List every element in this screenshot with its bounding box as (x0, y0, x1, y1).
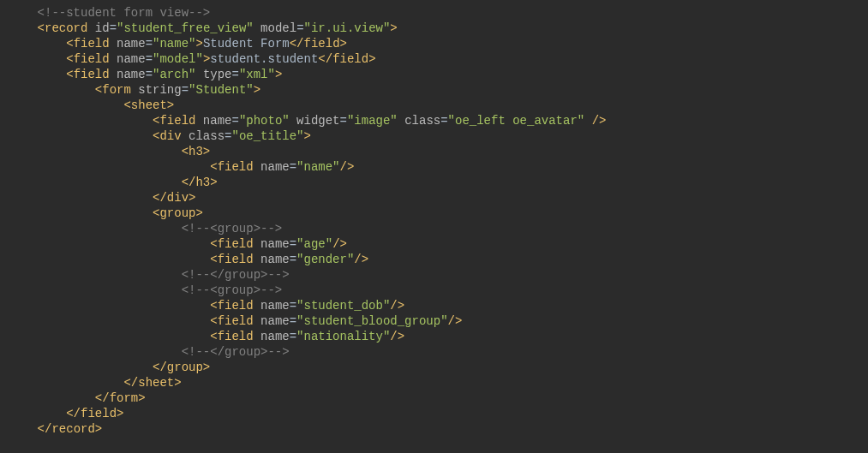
token-tag-name: field (218, 299, 254, 313)
code-line[interactable]: <!--</group>--> (0, 267, 868, 283)
code-line[interactable]: <field name="student_blood_group"/> (0, 313, 868, 329)
token-tag-bracket: > (210, 176, 217, 189)
token-tag-bracket: < (123, 98, 130, 112)
token-tag-bracket: < (182, 145, 189, 158)
code-line[interactable]: <!--</group>--> (0, 344, 868, 360)
token-tag-bracket: > (340, 37, 347, 51)
token-attr-name: type (203, 68, 232, 81)
token-attr-name: name (260, 253, 290, 266)
token-tag-name: group (159, 206, 195, 220)
code-line[interactable]: <div class="oe_title"> (0, 128, 868, 144)
code-line[interactable]: </field> (0, 406, 868, 421)
token-tag-name: sheet (131, 98, 167, 112)
code-line[interactable]: <h3> (0, 144, 868, 159)
token-text-content (398, 114, 404, 128)
token-attr-name: name (260, 330, 290, 343)
code-line[interactable]: <field name="nationality"/> (0, 329, 868, 344)
code-line[interactable]: <sheet> (0, 98, 868, 113)
token-attr-value: arch (159, 68, 189, 81)
token-attr-eq: = (290, 160, 296, 174)
token-quote: " (332, 160, 339, 174)
token-text-content: Student Form (203, 37, 290, 51)
token-tag-bracket: </ (123, 376, 138, 390)
token-tag-bracket: /> (592, 114, 607, 128)
code-editor[interactable]: <!--student form view--> <record id="stu… (0, 0, 868, 437)
token-tag-name: div (159, 129, 181, 143)
token-tag-name: field (74, 68, 110, 81)
code-line[interactable]: <!--student form view--> (0, 5, 868, 21)
code-line[interactable]: <field name="age"/> (0, 236, 868, 252)
token-text-content (254, 160, 260, 174)
token-text-content (87, 21, 94, 35)
code-line[interactable]: </h3> (0, 175, 868, 190)
token-attr-value: nationality (304, 330, 383, 343)
code-line[interactable]: </div> (0, 190, 868, 206)
token-tag-name: sheet (138, 376, 174, 390)
token-quote: " (296, 237, 303, 251)
token-tag-name: field (218, 253, 254, 266)
token-tag-bracket: < (210, 237, 217, 251)
token-tag-name: form (110, 391, 139, 405)
code-line[interactable]: <field name="arch" type="xml"> (0, 67, 868, 82)
token-attr-value: ir.ui.view (311, 21, 383, 35)
token-tag-name: field (218, 237, 254, 251)
token-tag-bracket: </ (290, 37, 304, 51)
token-quote: " (195, 52, 202, 66)
token-tag-bracket: > (117, 407, 123, 420)
token-tag-bracket: > (138, 391, 145, 405)
token-attr-value: image (354, 114, 390, 128)
code-line[interactable]: </record> (0, 421, 868, 437)
code-line[interactable]: <form string="Student"> (0, 82, 868, 98)
code-line[interactable]: <group> (0, 206, 868, 221)
token-text-content (195, 68, 202, 81)
token-quote: " (578, 114, 584, 128)
token-text-content: student.student (210, 52, 318, 66)
token-attr-name: name (203, 114, 232, 128)
token-attr-name: name (260, 160, 290, 174)
token-tag-bracket: /> (390, 330, 404, 343)
token-attr-eq: = (146, 52, 153, 66)
token-quote: " (448, 114, 455, 128)
token-tag-bracket: > (189, 191, 195, 205)
token-quote: " (296, 330, 303, 343)
token-quote: " (296, 160, 303, 174)
token-attr-value: model (159, 52, 195, 66)
token-tag-bracket: < (210, 299, 217, 313)
token-tag-bracket: < (66, 37, 73, 51)
token-tag-bracket: /> (332, 237, 347, 251)
code-line[interactable]: </form> (0, 390, 868, 406)
token-tag-bracket: > (174, 376, 181, 390)
token-attr-eq: = (290, 314, 296, 328)
token-text-content (182, 129, 189, 143)
token-attr-name: name (260, 314, 290, 328)
token-attr-name: widget (296, 114, 339, 128)
code-line[interactable]: <!--<group>--> (0, 221, 868, 236)
token-attr-name: class (404, 114, 440, 128)
token-quote: " (304, 21, 311, 35)
token-comment: <!--</group>--> (182, 268, 290, 282)
code-line[interactable]: <field name="name"/> (0, 159, 868, 175)
code-line[interactable]: <field name="gender"/> (0, 252, 868, 267)
token-attr-eq: = (232, 68, 239, 81)
token-attr-value: student_dob (304, 299, 383, 313)
token-attr-value: student_free_view (123, 21, 246, 35)
token-tag-bracket: < (66, 68, 73, 81)
code-line[interactable]: <field name="photo" widget="image" class… (0, 113, 868, 128)
token-tag-bracket: /> (448, 314, 463, 328)
token-attr-name: class (189, 129, 224, 143)
token-text-content (254, 237, 260, 251)
token-tag-name: field (159, 114, 195, 128)
token-tag-name: h3 (195, 176, 210, 189)
token-tag-bracket: > (390, 21, 397, 35)
code-line[interactable]: </group> (0, 360, 868, 375)
code-line[interactable]: <field name="model">student.student</fie… (0, 51, 868, 67)
token-tag-bracket: > (203, 361, 210, 374)
token-tag-name: h3 (189, 145, 203, 158)
code-line[interactable]: </sheet> (0, 375, 868, 390)
code-line[interactable]: <field name="name">Student Form</field> (0, 36, 868, 51)
code-line[interactable]: <record id="student_free_view" model="ir… (0, 21, 868, 36)
token-tag-name: field (332, 52, 368, 66)
code-line[interactable]: <field name="student_dob"/> (0, 298, 868, 313)
code-line[interactable]: <!--<group>--> (0, 283, 868, 298)
token-attr-eq: = (182, 83, 189, 97)
